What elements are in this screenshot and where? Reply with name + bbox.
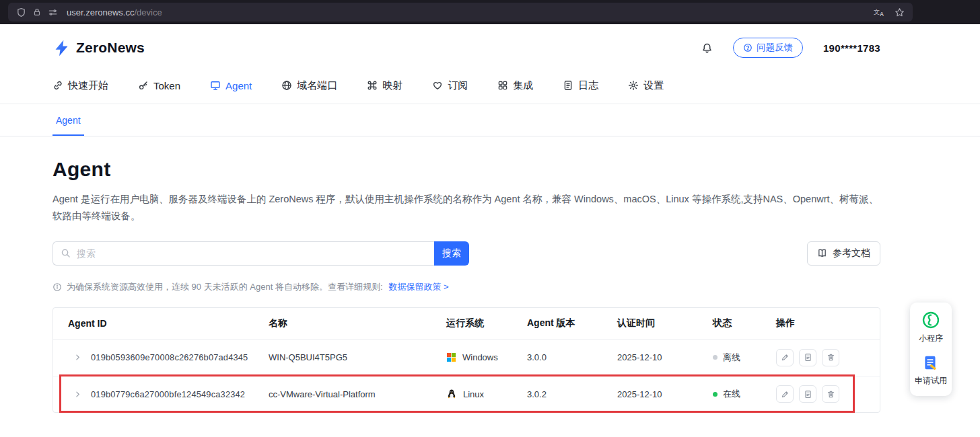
- nav-item-label: 快速开始: [68, 79, 108, 92]
- file-icon: [563, 80, 573, 91]
- command-icon: [367, 80, 378, 91]
- trial-doc-icon: [922, 354, 940, 372]
- main-content: Agent Agent 是运行在用户电脑、服务器及终端设备上的 ZeroNews…: [0, 136, 980, 413]
- os-label: Linux: [463, 389, 484, 399]
- float-item-label: 申请试用: [915, 375, 947, 387]
- nav-item-logs[interactable]: 日志: [563, 79, 598, 92]
- tab-agent[interactable]: Agent: [53, 104, 84, 136]
- url-text: user.zeronews.cc/device: [67, 7, 868, 17]
- agent-id: 019b0779c6a27000bfe124549ca32342: [91, 389, 245, 399]
- expand-row-button[interactable]: [73, 353, 82, 362]
- nav-item-agent[interactable]: Agent: [210, 80, 252, 91]
- permissions-icon[interactable]: [48, 7, 58, 17]
- url-host: user.zeronews.cc: [67, 7, 134, 17]
- column-header: 运行系统: [446, 317, 527, 329]
- data-retention-policy-link[interactable]: 数据保留政策 >: [389, 281, 449, 293]
- nav-item-subscribe[interactable]: 订阅: [432, 79, 468, 92]
- translate-icon[interactable]: 文A: [874, 7, 885, 17]
- nav-item-label: 订阅: [448, 79, 468, 92]
- book-icon: [817, 248, 827, 258]
- status-dot: [713, 355, 718, 360]
- search-icon: [61, 248, 71, 258]
- os-label: Windows: [462, 352, 498, 362]
- feedback-button[interactable]: 问题反馈: [733, 38, 803, 58]
- agent-row: 019b0593609e70008c26276b07ad4345 WIN-Q5B…: [53, 340, 880, 376]
- delete-agent-button[interactable]: [822, 385, 839, 403]
- agent-row: 019b0779c6a27000bfe124549ca32342 cc-VMwa…: [53, 376, 880, 412]
- table-header-row: Agent ID名称运行系统Agent 版本认证时间状态操作: [53, 308, 880, 340]
- nav-item-label: Agent: [225, 80, 252, 91]
- column-header: 名称: [269, 317, 446, 329]
- column-header: Agent 版本: [527, 317, 617, 329]
- info-icon: [53, 282, 62, 292]
- nav-item-integration[interactable]: 集成: [497, 79, 533, 92]
- agent-detail-button[interactable]: [799, 385, 816, 403]
- page-title: Agent: [53, 158, 880, 181]
- bookmark-star-icon[interactable]: [895, 7, 905, 17]
- notice-text: 为确保系统资源高效使用，连续 90 天未活跃的 Agent 将自动移除。查看详细…: [67, 281, 383, 293]
- nav-item-label: 域名端口: [297, 79, 337, 92]
- nav-item-label: 集成: [513, 79, 533, 92]
- nav-item-domain-port[interactable]: 域名端口: [281, 79, 337, 92]
- nav-item-token[interactable]: Token: [138, 80, 180, 91]
- url-bar[interactable]: user.zeronews.cc/device 文A: [8, 3, 913, 22]
- agent-version: 3.0.0: [527, 352, 617, 362]
- zeronews-logo-icon: [53, 39, 71, 57]
- search-button[interactable]: 搜索: [434, 241, 469, 266]
- nav-item-label: 映射: [382, 79, 403, 92]
- status-label: 离线: [723, 352, 740, 364]
- nav-item-mapping[interactable]: 映射: [367, 79, 403, 92]
- nav-item-settings[interactable]: 设置: [628, 79, 664, 92]
- feedback-icon: [743, 43, 753, 52]
- page-description: Agent 是运行在用户电脑、服务器及终端设备上的 ZeroNews 程序，默认…: [53, 191, 880, 225]
- delete-agent-button[interactable]: [822, 349, 839, 366]
- feedback-label: 问题反馈: [757, 42, 793, 54]
- tab-strip: Agent: [0, 104, 980, 136]
- nav-item-label: Token: [153, 80, 180, 91]
- column-header: 操作: [776, 317, 880, 329]
- brand-name: ZeroNews: [76, 40, 145, 56]
- float-item-trial[interactable]: 申请试用: [915, 354, 947, 387]
- agent-version: 3.0.2: [527, 389, 617, 399]
- gear-icon: [628, 80, 639, 91]
- auth-time: 2025-12-10: [617, 352, 713, 362]
- link-icon: [53, 80, 63, 91]
- float-item-label: 小程序: [919, 333, 943, 344]
- edit-agent-button[interactable]: [776, 385, 794, 403]
- globe-icon: [281, 80, 292, 91]
- agent-id: 019b0593609e70008c26276b07ad4345: [91, 352, 248, 362]
- zeronews-logo[interactable]: ZeroNews: [53, 39, 145, 57]
- nav-item-label: 日志: [578, 79, 598, 92]
- search-input[interactable]: [77, 248, 427, 259]
- notifications-button[interactable]: [701, 42, 713, 54]
- nav-item-label: 设置: [643, 79, 664, 92]
- edit-agent-button[interactable]: [776, 349, 794, 366]
- key-icon: [138, 80, 149, 91]
- table-body: 019b0593609e70008c26276b07ad4345 WIN-Q5B…: [53, 340, 880, 412]
- column-header: 认证时间: [617, 317, 713, 329]
- retention-notice: 为确保系统资源高效使用，连续 90 天未活跃的 Agent 将自动移除。查看详细…: [53, 281, 880, 293]
- linux-icon: [446, 389, 457, 399]
- app-header: ZeroNews 问题反馈 190****1783 快速开始TokenAgent…: [0, 24, 980, 104]
- auth-time: 2025-12-10: [617, 389, 713, 399]
- grid-icon: [497, 80, 508, 91]
- account-phone[interactable]: 190****1783: [823, 42, 880, 54]
- status-dot: [713, 392, 718, 397]
- expand-row-button[interactable]: [73, 390, 82, 399]
- bell-icon: [701, 42, 713, 54]
- nav-item-quickstart[interactable]: 快速开始: [53, 79, 108, 92]
- agent-name: cc-VMware-Virtual-Platform: [269, 389, 446, 399]
- url-path: /device: [134, 7, 162, 17]
- shield-icon[interactable]: [16, 7, 26, 17]
- float-item-miniprogram[interactable]: 小程序: [919, 311, 943, 344]
- search-box: [53, 241, 434, 266]
- monitor-icon: [210, 80, 221, 91]
- miniprogram-icon: [921, 311, 940, 329]
- agent-name: WIN-Q5BUI4T5PG5: [269, 352, 446, 362]
- windows-icon: [446, 352, 456, 362]
- heart-icon: [432, 80, 443, 91]
- reference-docs-button[interactable]: 参考文档: [807, 241, 880, 266]
- agent-detail-button[interactable]: [799, 349, 816, 366]
- column-header: 状态: [713, 317, 776, 329]
- lock-icon[interactable]: [32, 7, 42, 17]
